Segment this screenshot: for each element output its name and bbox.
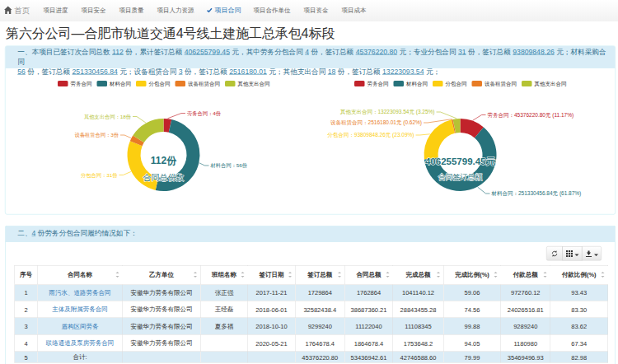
svg-text:其他支出合同: 其他支出合同 <box>534 81 567 87</box>
svg-text:分包合同：31份: 分包合同：31份 <box>81 172 118 179</box>
svg-text:设备租赁合同：2516180.01元 (0.62%): 设备租赁合同：2516180.01元 (0.62%) <box>330 119 422 126</box>
svg-text:其他支出合同：18份: 其他支出合同：18份 <box>84 114 132 120</box>
svg-text:材料合同: 材料合同 <box>109 81 131 87</box>
svg-text:406255799.45元: 406255799.45元 <box>425 156 496 166</box>
svg-text:合同总份数: 合同总份数 <box>143 173 185 182</box>
svg-text:其他支出合同: 其他支出合同 <box>237 81 270 87</box>
svg-text:分包合同：93809848.26元 (23.09%): 分包合同：93809848.26元 (23.09%) <box>327 132 414 138</box>
svg-text:劳务合同：4份: 劳务合同：4份 <box>187 110 222 117</box>
svg-text:分包合同: 分包合同 <box>446 81 467 87</box>
svg-text:设备租赁合同: 设备租赁合同 <box>188 81 220 87</box>
svg-text:材料合同：251330456.84元 (61.87%): 材料合同：251330456.84元 (61.87%) <box>491 190 582 197</box>
svg-text:材料合同：56份: 材料合同：56份 <box>210 162 248 169</box>
svg-text:分包合同: 分包合同 <box>149 81 171 87</box>
svg-text:劳务合同：45376220.80元 (11.17%): 劳务合同：45376220.80元 (11.17%) <box>488 112 574 119</box>
svg-text:劳务合同: 劳务合同 <box>368 81 389 87</box>
svg-text:合同签订总额: 合同签订总额 <box>438 173 483 181</box>
svg-text:材料合同: 材料合同 <box>405 81 428 87</box>
svg-text:劳务合同: 劳务合同 <box>71 81 92 87</box>
svg-text:其他支出合同：13223093.54元 (3.25%): 其他支出合同：13223093.54元 (3.25%) <box>339 109 435 115</box>
svg-text:112份: 112份 <box>151 155 177 166</box>
svg-text:设备租赁合同: 设备租赁合同 <box>485 81 517 87</box>
svg-text:设备租赁合同：3份: 设备租赁合同：3份 <box>75 132 119 138</box>
